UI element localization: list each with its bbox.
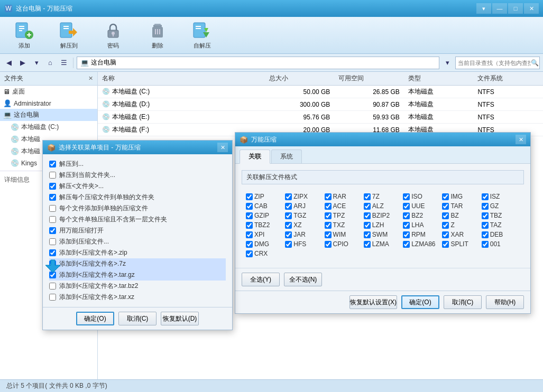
format-checkbox-UUE[interactable]: [403, 203, 410, 210]
table-row[interactable]: 💿本地磁盘 (E:) 95.76 GB 59.93 GB 本地磁盘 NTFS: [98, 111, 543, 124]
format-checkbox-XAR[interactable]: [442, 231, 449, 238]
format-item[interactable]: CAB: [246, 202, 284, 210]
sidebar-item-thispc[interactable]: 💻 这台电脑: [0, 109, 97, 121]
format-checkbox-ISO[interactable]: [403, 193, 410, 200]
left-dialog-item[interactable]: 用万能压缩打开: [49, 225, 226, 236]
left-dialog-item[interactable]: 每个文件添加到单独的压缩文件: [49, 203, 226, 214]
format-item[interactable]: GZ: [482, 202, 520, 210]
dialog-right-help-button[interactable]: 帮助(H): [486, 295, 524, 309]
dialog-right-reset-button[interactable]: 恢复默认设置(X): [349, 295, 397, 309]
sidebar-close-button[interactable]: ✕: [88, 75, 93, 82]
format-checkbox-XZ[interactable]: [285, 222, 292, 229]
format-item[interactable]: CPIO: [325, 240, 363, 248]
format-item[interactable]: XAR: [442, 231, 480, 238]
toolbar-delete-button[interactable]: 删除: [142, 21, 173, 50]
left-dialog-item[interactable]: 添加到<压缩文件名>.zip: [49, 247, 226, 258]
left-dialog-item[interactable]: 解压<文件夹>...: [49, 181, 226, 192]
format-checkbox-BZIP2[interactable]: [364, 212, 371, 219]
format-checkbox-ALZ[interactable]: [364, 203, 371, 210]
checkbox-8[interactable]: [49, 249, 56, 256]
format-checkbox-TAR[interactable]: [442, 203, 449, 210]
format-checkbox-HFS[interactable]: [285, 241, 292, 248]
left-dialog-item[interactable]: 解压到...: [49, 158, 226, 170]
back-button[interactable]: ◀: [3, 57, 15, 69]
view-toggle-button[interactable]: ☰: [58, 57, 70, 69]
format-item[interactable]: LZMA: [364, 240, 402, 248]
format-checkbox-GZIP[interactable]: [246, 212, 253, 219]
format-checkbox-CRX[interactable]: [246, 250, 253, 257]
format-checkbox-JAR[interactable]: [285, 231, 292, 238]
format-item[interactable]: XPI: [246, 231, 284, 238]
format-item[interactable]: LZMA86: [403, 240, 441, 248]
format-item[interactable]: RPM: [403, 231, 441, 238]
format-item[interactable]: TXZ: [325, 221, 363, 229]
format-checkbox-ISZ[interactable]: [482, 193, 489, 200]
checkbox-5[interactable]: [49, 216, 56, 223]
format-checkbox-RPM[interactable]: [403, 231, 410, 238]
format-item[interactable]: BZ: [442, 212, 480, 219]
format-item[interactable]: BZ2: [403, 212, 441, 219]
tab-related[interactable]: 关联: [240, 150, 270, 164]
format-item[interactable]: ALZ: [364, 202, 402, 210]
format-checkbox-DMG[interactable]: [246, 241, 253, 248]
left-dialog-item[interactable]: 添加到<压缩文件名>.tar.bz2: [49, 281, 226, 292]
format-checkbox-CAB[interactable]: [246, 203, 253, 210]
format-checkbox-WIM[interactable]: [325, 231, 332, 238]
format-item[interactable]: BZIP2: [364, 212, 402, 219]
toolbar-extract-button[interactable]: 解压到: [53, 21, 85, 50]
format-item[interactable]: ISO: [403, 193, 441, 200]
format-checkbox-SPLIT[interactable]: [442, 241, 449, 248]
format-checkbox-7Z[interactable]: [364, 193, 371, 200]
left-dialog-item[interactable]: 添加到<压缩文件名>.7z: [49, 258, 226, 269]
address-dropdown-button[interactable]: ▾: [441, 57, 453, 69]
format-item[interactable]: TBZ: [482, 212, 520, 219]
format-checkbox-IMG[interactable]: [442, 193, 449, 200]
format-item[interactable]: 001: [482, 240, 520, 248]
format-checkbox-BZ2[interactable]: [403, 212, 410, 219]
checkbox-12[interactable]: [49, 294, 56, 301]
format-item[interactable]: TAR: [442, 202, 480, 210]
format-item[interactable]: IMG: [442, 193, 480, 200]
format-checkbox-GZ[interactable]: [482, 203, 489, 210]
sidebar-item-desktop[interactable]: 🖥 桌面: [0, 86, 97, 98]
format-item[interactable]: DMG: [246, 240, 284, 248]
format-item[interactable]: RAR: [325, 193, 363, 200]
sidebar-item-c[interactable]: 💿 本地磁盘 (C:): [0, 121, 97, 133]
toolbar-selfextract-button[interactable]: 自解压: [186, 21, 218, 50]
dialog-right-cancel-button[interactable]: 取消(C): [444, 295, 482, 309]
dialog-right-close-button[interactable]: ✕: [516, 135, 526, 144]
sidebar-item-admin[interactable]: 👤 Administrator: [0, 98, 97, 109]
format-checkbox-XPI[interactable]: [246, 231, 253, 238]
format-item[interactable]: TGZ: [285, 212, 323, 219]
left-dialog-item[interactable]: 解压到当前文件夹...: [49, 170, 226, 181]
format-checkbox-TGZ[interactable]: [285, 212, 292, 219]
select-none-button[interactable]: 全不选(N): [284, 273, 322, 286]
format-checkbox-ARJ[interactable]: [285, 203, 292, 210]
left-dialog-item[interactable]: 添加到<压缩文件名>.tar.xz: [49, 292, 226, 303]
format-item[interactable]: LHA: [403, 221, 441, 229]
format-item[interactable]: ACE: [325, 202, 363, 210]
close-button[interactable]: ✕: [524, 3, 539, 14]
format-item[interactable]: 7Z: [364, 193, 402, 200]
format-checkbox-BZ[interactable]: [442, 212, 449, 219]
format-checkbox-TAZ[interactable]: [482, 222, 489, 229]
format-checkbox-SWM[interactable]: [364, 231, 371, 238]
format-checkbox-TBZ2[interactable]: [246, 222, 253, 229]
restore-button[interactable]: ▾: [476, 3, 491, 14]
toolbar-password-button[interactable]: 密码: [97, 21, 129, 50]
format-item[interactable]: JAR: [285, 231, 323, 238]
search-input[interactable]: [458, 60, 531, 66]
format-checkbox-LZH[interactable]: [364, 222, 371, 229]
format-checkbox-LZMA86[interactable]: [403, 241, 410, 248]
format-item[interactable]: ISZ: [482, 193, 520, 200]
format-item[interactable]: ZIPX: [285, 193, 323, 200]
checkbox-11[interactable]: [49, 283, 56, 290]
format-item[interactable]: ARJ: [285, 202, 323, 210]
format-checkbox-TPZ[interactable]: [325, 212, 332, 219]
checkbox-7[interactable]: [49, 238, 56, 245]
format-checkbox-ZIPX[interactable]: [285, 193, 292, 200]
format-checkbox-ZIP[interactable]: [246, 193, 253, 200]
format-checkbox-ACE[interactable]: [325, 203, 332, 210]
toolbar-add-button[interactable]: 添加: [8, 21, 40, 50]
dialog-left-cancel-button[interactable]: 取消(C): [118, 312, 157, 325]
